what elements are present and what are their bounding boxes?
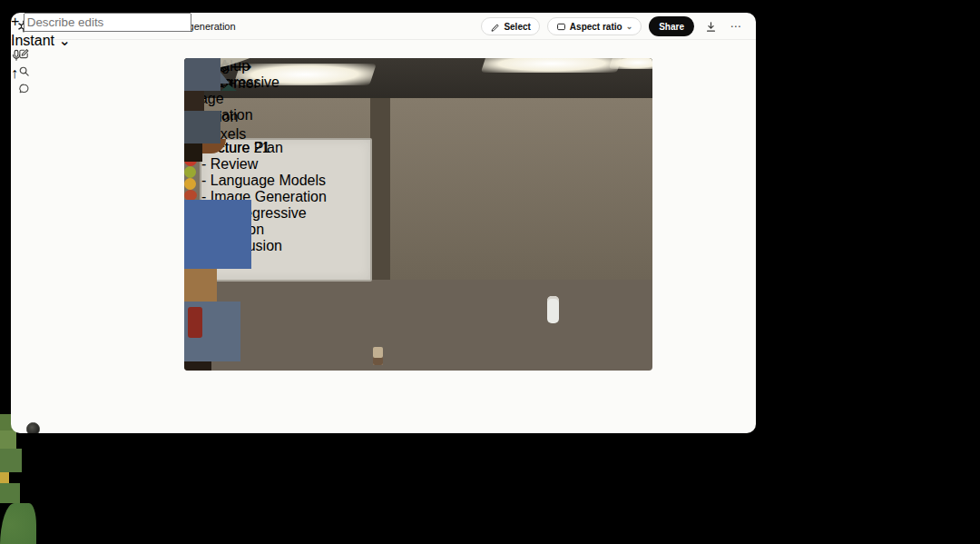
student-head (184, 91, 204, 111)
mic-icon[interactable] (11, 49, 22, 62)
plant (0, 483, 20, 503)
chevron-down-icon: ⌄ (626, 22, 633, 31)
mode-selector[interactable]: Instant ⌄ (11, 32, 191, 49)
download-button[interactable] (701, 17, 720, 35)
red-chair (188, 307, 202, 338)
plant (0, 449, 22, 472)
student-head (184, 361, 211, 371)
edit-prompt-bar[interactable]: + Instant ⌄ ↑ (11, 13, 191, 82)
coffee-cup (373, 347, 383, 365)
user-avatar[interactable] (26, 422, 40, 433)
toolbar: Select Aspect ratio ⌄ Share (481, 13, 745, 40)
screen: ✕ College lecture on AI image generation… (0, 0, 980, 544)
classroom-audience (184, 58, 260, 371)
student (184, 200, 251, 269)
ceiling-light (609, 58, 652, 69)
mode-label: Instant (11, 33, 54, 48)
ceiling-light (481, 58, 622, 73)
wall-column (370, 98, 390, 280)
select-pen-icon (490, 22, 500, 32)
student-head (184, 143, 202, 162)
flowers (0, 472, 9, 483)
arrow-up-icon: ↑ (11, 65, 18, 81)
select-button-label: Select (504, 22, 530, 32)
app-window: ✕ College lecture on AI image generation… (11, 13, 756, 433)
laptop (184, 162, 215, 183)
water-bottle (547, 296, 559, 323)
download-icon (705, 21, 717, 33)
large-plant (0, 503, 36, 544)
ellipsis-icon: ⋯ (730, 20, 742, 33)
describe-edits-input[interactable] (24, 13, 191, 32)
student (184, 111, 220, 143)
chat-bubble-icon[interactable] (18, 83, 30, 94)
chevron-down-icon: ⌄ (58, 33, 70, 48)
plant (0, 430, 16, 449)
share-button[interactable]: Share (649, 16, 694, 36)
laptop (184, 183, 208, 200)
send-button[interactable]: ↑ (11, 65, 191, 82)
plus-icon[interactable]: + (11, 14, 19, 29)
aspect-ratio-button[interactable]: Aspect ratio ⌄ (547, 17, 642, 35)
aspect-ratio-icon (556, 22, 566, 32)
generated-image-lecture[interactable]: Lecture 21 Lecture Plan - Review - Langu… (184, 58, 652, 371)
aspect-ratio-label: Aspect ratio (570, 22, 622, 32)
share-button-label: Share (659, 22, 684, 32)
select-button[interactable]: Select (481, 17, 539, 35)
more-options-button[interactable]: ⋯ (727, 17, 745, 35)
student-head (184, 269, 217, 302)
